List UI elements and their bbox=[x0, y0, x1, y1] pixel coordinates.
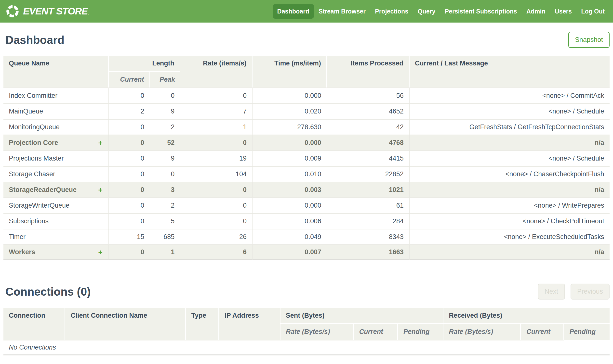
queue-items-processed: 1663 bbox=[327, 244, 409, 260]
queue-time: 0.010 bbox=[253, 166, 327, 182]
header-time: Time (ms/item) bbox=[253, 56, 327, 88]
queue-items-processed: 22852 bbox=[327, 166, 409, 182]
queue-items-processed: 1021 bbox=[327, 182, 409, 197]
queue-rate: 0 bbox=[180, 135, 253, 150]
header-sent-current: Current bbox=[354, 324, 398, 340]
queue-message: <none> / ChaserCheckpointFlush bbox=[409, 166, 610, 182]
header-received-bytes: Received (Bytes) bbox=[443, 308, 610, 324]
queue-message: <none> / CheckPollTimeout bbox=[409, 213, 610, 229]
nav-item-query[interactable]: Query bbox=[413, 4, 440, 19]
queue-time: 0.000 bbox=[253, 135, 327, 150]
queue-time: 0.049 bbox=[253, 229, 327, 244]
queue-rate: 19 bbox=[180, 150, 253, 166]
top-navbar: EVENT STORE. Dashboard Stream Browser Pr… bbox=[0, 0, 613, 23]
page-header: Dashboard Snapshot bbox=[3, 32, 610, 48]
no-connections-row: No Connections bbox=[3, 340, 610, 355]
header-sent-pending: Pending bbox=[398, 324, 443, 340]
nav-item-persistent-subscriptions[interactable]: Persistent Subscriptions bbox=[440, 4, 522, 19]
queue-row: Projections Master 0 9 19 0.009 4415 <no… bbox=[3, 150, 610, 166]
queue-message: <none> / ExecuteScheduledTasks bbox=[409, 229, 610, 244]
queue-name: MainQueue bbox=[9, 108, 43, 115]
queue-message: n/a bbox=[409, 135, 610, 150]
queue-row: Projection Core + 0 52 0 0.000 4768 n/a bbox=[3, 135, 610, 150]
queue-length-current: 0 bbox=[109, 135, 150, 150]
queue-length-peak: 0 bbox=[150, 166, 181, 182]
queue-length-current: 0 bbox=[109, 197, 150, 213]
next-button[interactable]: Next bbox=[538, 284, 565, 299]
expand-plus-icon[interactable]: + bbox=[98, 139, 103, 147]
previous-button[interactable]: Previous bbox=[571, 284, 610, 299]
queue-items-processed: 61 bbox=[327, 197, 409, 213]
connections-table: Connection Client Connection Name Type I… bbox=[3, 308, 610, 355]
queue-name: StorageWriterQueue bbox=[9, 202, 69, 209]
header-ip-address: IP Address bbox=[219, 308, 280, 340]
nav-item-projections[interactable]: Projections bbox=[370, 4, 413, 19]
brand-text: EVENT STORE. bbox=[23, 6, 89, 17]
queue-row: StorageWriterQueue 0 2 0 0.000 61 <none>… bbox=[3, 197, 610, 213]
queue-length-current: 0 bbox=[109, 166, 150, 182]
queue-row: Workers + 0 1 6 0.007 1663 n/a bbox=[3, 244, 610, 260]
queue-items-processed: 56 bbox=[327, 88, 409, 103]
queue-length-peak: 9 bbox=[150, 103, 181, 119]
nav-item-stream-browser[interactable]: Stream Browser bbox=[314, 4, 370, 19]
queue-length-current: 0 bbox=[109, 150, 150, 166]
queue-length-current: 0 bbox=[109, 213, 150, 229]
header-sent-rate: Rate (Bytes/s) bbox=[281, 324, 354, 340]
queues-table-header: Queue Name Length Rate (items/s) Time (m… bbox=[3, 56, 610, 88]
queue-message: n/a bbox=[409, 182, 610, 197]
queue-items-processed: 4652 bbox=[327, 103, 409, 119]
no-connections-message: No Connections bbox=[3, 340, 564, 355]
queues-table: Queue Name Length Rate (items/s) Time (m… bbox=[3, 56, 610, 260]
nav-item-admin[interactable]: Admin bbox=[522, 4, 550, 19]
queue-message: <none> / Schedule bbox=[409, 103, 610, 119]
expand-plus-icon[interactable]: + bbox=[98, 248, 103, 256]
queue-time: 0.006 bbox=[253, 213, 327, 229]
queue-time: 278.630 bbox=[253, 119, 327, 135]
header-rate: Rate (items/s) bbox=[180, 56, 253, 88]
connections-table-body: No Connections bbox=[3, 340, 610, 355]
queue-row: Timer 15 685 26 0.049 8343 <none> / Exec… bbox=[3, 229, 610, 244]
queue-items-processed: 8343 bbox=[327, 229, 409, 244]
queue-message: n/a bbox=[409, 244, 610, 260]
queue-name: Projection Core bbox=[9, 139, 58, 147]
queue-length-current: 0 bbox=[109, 88, 150, 103]
queue-row: Index Committer 0 0 0 0.000 56 <none> / … bbox=[3, 88, 610, 103]
pager: Next Previous bbox=[533, 284, 610, 299]
header-client-connection-name: Client Connection Name bbox=[65, 308, 186, 340]
queue-name: Projections Master bbox=[9, 155, 64, 162]
header-queue-name: Queue Name bbox=[3, 56, 109, 88]
queue-message: <none> / Schedule bbox=[409, 150, 610, 166]
nav-item-users[interactable]: Users bbox=[550, 4, 577, 19]
queue-row: StorageReaderQueue + 0 3 0 0.003 1021 n/… bbox=[3, 182, 610, 197]
queue-items-processed: 284 bbox=[327, 213, 409, 229]
queue-row: Subscriptions 0 5 0 0.006 284 <none> / C… bbox=[3, 213, 610, 229]
expand-plus-icon[interactable]: + bbox=[98, 186, 103, 194]
queue-name: Timer bbox=[9, 233, 26, 241]
header-received-pending: Pending bbox=[564, 324, 610, 340]
connections-table-header: Connection Client Connection Name Type I… bbox=[3, 308, 610, 340]
nav-item-dashboard[interactable]: Dashboard bbox=[273, 4, 314, 19]
queue-length-peak: 5 bbox=[150, 213, 181, 229]
queue-length-peak: 1 bbox=[150, 244, 181, 260]
queue-rate: 1 bbox=[180, 119, 253, 135]
queue-length-peak: 2 bbox=[150, 119, 181, 135]
queue-table-body: Index Committer 0 0 0 0.000 56 <none> / … bbox=[3, 88, 610, 260]
queue-length-peak: 2 bbox=[150, 197, 181, 213]
queue-items-processed: 4415 bbox=[327, 150, 409, 166]
queue-name: MonitoringQueue bbox=[9, 123, 60, 131]
queue-length-current: 2 bbox=[109, 103, 150, 119]
brand[interactable]: EVENT STORE. bbox=[5, 4, 89, 18]
nav-menu: Dashboard Stream Browser Projections Que… bbox=[273, 4, 609, 19]
queue-rate: 0 bbox=[180, 213, 253, 229]
page-title: Dashboard bbox=[5, 33, 64, 47]
nav-item-log-out[interactable]: Log Out bbox=[576, 4, 609, 19]
snapshot-button[interactable]: Snapshot bbox=[568, 32, 610, 48]
queue-rate: 6 bbox=[180, 244, 253, 260]
queue-row: MainQueue 2 9 7 0.020 4652 <none> / Sche… bbox=[3, 103, 610, 119]
queue-length-peak: 9 bbox=[150, 150, 181, 166]
queue-name: StorageReaderQueue bbox=[9, 186, 77, 194]
queue-time: 0.003 bbox=[253, 182, 327, 197]
queue-name: Storage Chaser bbox=[9, 170, 55, 178]
header-length: Length bbox=[109, 56, 180, 72]
queue-length-peak: 52 bbox=[150, 135, 181, 150]
